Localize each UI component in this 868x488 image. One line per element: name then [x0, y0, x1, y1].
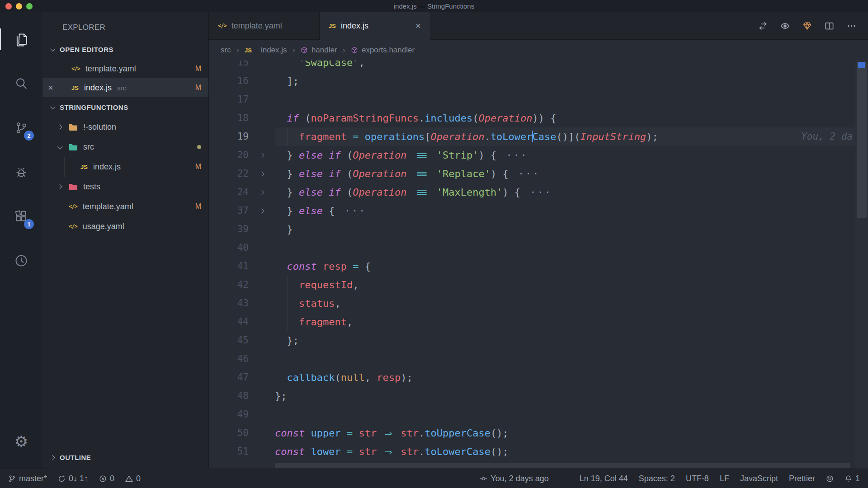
tree-item-template.yaml[interactable]: </>template.yamlM: [42, 197, 208, 216]
code-line-19[interactable]: 19 fragment = operations[Operation.toLow…: [209, 127, 868, 146]
code-line-39[interactable]: 39 }: [209, 220, 868, 239]
code-line-49[interactable]: 49: [209, 405, 868, 424]
activity-clock[interactable]: [7, 246, 36, 275]
close-tab-icon[interactable]: ×: [409, 21, 421, 31]
breadcrumb-index.js[interactable]: JSindex.js: [245, 46, 287, 55]
code-text[interactable]: [275, 350, 868, 368]
code-token: const: [275, 446, 305, 457]
activity-manage[interactable]: ⚙: [7, 427, 36, 456]
code-line-40[interactable]: 40: [209, 239, 868, 257]
fold-toggle[interactable]: [249, 202, 275, 220]
file-label: index.js: [84, 83, 112, 93]
zoom-window-button[interactable]: [26, 3, 33, 9]
code-text[interactable]: 'SwapCase',: [275, 61, 868, 72]
status-formatter[interactable]: Prettier: [789, 474, 815, 483]
status-language-mode[interactable]: JavaScript: [740, 474, 778, 483]
code-text[interactable]: [275, 90, 868, 109]
code-line-16[interactable]: 16 ];: [209, 72, 868, 90]
open-editors-header[interactable]: OPEN EDITORS: [42, 39, 208, 59]
code-text[interactable]: };: [275, 387, 868, 405]
tree-item-usage.yaml[interactable]: </>usage.yaml: [42, 216, 208, 236]
code-text[interactable]: };: [275, 331, 868, 350]
close-window-button[interactable]: [5, 3, 12, 9]
open-editor-index.js[interactable]: ×JSindex.jssrcM: [42, 78, 208, 97]
status-warnings[interactable]: 0: [125, 474, 141, 483]
tree-item-!-solution[interactable]: !-solution: [42, 117, 208, 137]
status-cursor-position[interactable]: Ln 19, Col 44: [580, 474, 628, 483]
code-text[interactable]: requestId,: [275, 276, 868, 294]
tab-index.js[interactable]: JSindex.js×: [320, 12, 430, 40]
code-line-48[interactable]: 48};: [209, 387, 868, 405]
editor-action-open-changes[interactable]: [758, 21, 768, 31]
breadcrumb-src[interactable]: src: [221, 46, 231, 55]
tree-item-tests[interactable]: tests: [42, 177, 208, 197]
code-text[interactable]: ];: [275, 72, 868, 90]
editor-action-gitlens[interactable]: [802, 21, 812, 31]
code-editor[interactable]: 15 'SwapCase',16 ];1718 if (noParamStrin…: [209, 61, 868, 469]
breadcrumb-handler[interactable]: handler: [301, 46, 337, 55]
code-text[interactable]: } else if (Operation ≡ 'Strip') { ···: [275, 146, 868, 164]
fold-toggle[interactable]: [249, 164, 275, 183]
status-eol[interactable]: LF: [720, 474, 729, 483]
code-line-15[interactable]: 15 'SwapCase',: [209, 61, 868, 72]
tab-template.yaml[interactable]: </>template.yaml: [209, 12, 320, 39]
code-text[interactable]: } else if (Operation ≡ 'Replace') { ···: [275, 164, 868, 183]
status-git-branch[interactable]: master*: [8, 474, 47, 483]
tree-item-src[interactable]: src: [42, 137, 208, 157]
status-errors[interactable]: 0: [99, 474, 114, 483]
code-line-51[interactable]: 51const lower = str ⇒ str.toLowerCase();: [209, 442, 868, 461]
status-notifications[interactable]: 1: [844, 474, 860, 483]
code-line-42[interactable]: 42 requestId,: [209, 276, 868, 294]
minimize-window-button[interactable]: [16, 3, 22, 9]
editor-action-split-editor[interactable]: [825, 21, 834, 31]
horizontal-scrollbar[interactable]: [275, 463, 855, 469]
status-sync-changes[interactable]: 0↓ 1↑: [58, 474, 88, 483]
code-text[interactable]: [275, 239, 868, 257]
code-line-24[interactable]: 24 } else if (Operation ≡ 'MaxLength') {…: [209, 183, 868, 202]
activity-explorer[interactable]: [7, 25, 36, 54]
code-text[interactable]: const upper = str ⇒ str.toUpperCase();: [275, 424, 868, 442]
code-text[interactable]: fragment = operations[Operation.toLowerC…: [275, 127, 868, 146]
code-line-18[interactable]: 18 if (noParamStringFuncs.includes(Opera…: [209, 109, 868, 127]
code-text[interactable]: [275, 405, 868, 424]
breadcrumb-exports.handler[interactable]: exports.handler: [351, 46, 415, 55]
code-text[interactable]: fragment,: [275, 313, 868, 331]
code-line-50[interactable]: 50const upper = str ⇒ str.toUpperCase();: [209, 424, 868, 442]
code-line-37[interactable]: 37 } else { ···: [209, 202, 868, 220]
status-encoding[interactable]: UTF-8: [686, 474, 709, 483]
code-line-43[interactable]: 43 status,: [209, 294, 868, 313]
activity-extensions[interactable]: 1: [7, 202, 36, 231]
code-text[interactable]: }: [275, 220, 868, 239]
tree-item-index.js[interactable]: JSindex.jsM: [42, 157, 208, 177]
code-text[interactable]: const lower = str ⇒ str.toLowerCase();: [275, 442, 868, 461]
code-text[interactable]: } else if (Operation ≡ 'MaxLength') { ··…: [275, 183, 868, 202]
code-line-22[interactable]: 22 } else if (Operation ≡ 'Replace') { ·…: [209, 164, 868, 183]
close-editor-icon[interactable]: ×: [48, 83, 60, 93]
code-line-17[interactable]: 17: [209, 90, 868, 109]
activity-source-control[interactable]: 2: [7, 113, 36, 142]
fold-toggle[interactable]: [249, 183, 275, 202]
status-indentation[interactable]: Spaces: 2: [639, 474, 675, 483]
code-line-47[interactable]: 47 callback(null, resp);: [209, 368, 868, 387]
code-text[interactable]: } else { ···: [275, 202, 868, 220]
code-line-44[interactable]: 44 fragment,: [209, 313, 868, 331]
activity-search[interactable]: [7, 69, 36, 98]
editor-action-more-actions[interactable]: [847, 21, 856, 31]
code-line-41[interactable]: 41 const resp = {: [209, 257, 868, 276]
editor-action-toggle-blame[interactable]: [780, 21, 790, 31]
code-text[interactable]: status,: [275, 294, 868, 313]
open-editor-template.yaml[interactable]: </>template.yamlM: [42, 59, 208, 78]
code-text[interactable]: callback(null, resp);: [275, 368, 868, 387]
activity-run-debug[interactable]: [7, 158, 36, 187]
code-line-45[interactable]: 45 };: [209, 331, 868, 350]
code-text[interactable]: if (noParamStringFuncs.includes(Operatio…: [275, 109, 868, 127]
status-feedback[interactable]: [826, 475, 834, 483]
code-text[interactable]: const resp = {: [275, 257, 868, 276]
status-line-blame[interactable]: You, 2 days ago: [480, 474, 548, 483]
code-line-46[interactable]: 46: [209, 350, 868, 368]
scrollbar-thumb[interactable]: [275, 463, 850, 468]
outline-header[interactable]: OUTLINE: [42, 446, 208, 469]
project-folder-header[interactable]: STRINGFUNCTIONS: [42, 97, 208, 117]
code-line-20[interactable]: 20 } else if (Operation ≡ 'Strip') { ···: [209, 146, 868, 164]
fold-toggle[interactable]: [249, 146, 275, 164]
